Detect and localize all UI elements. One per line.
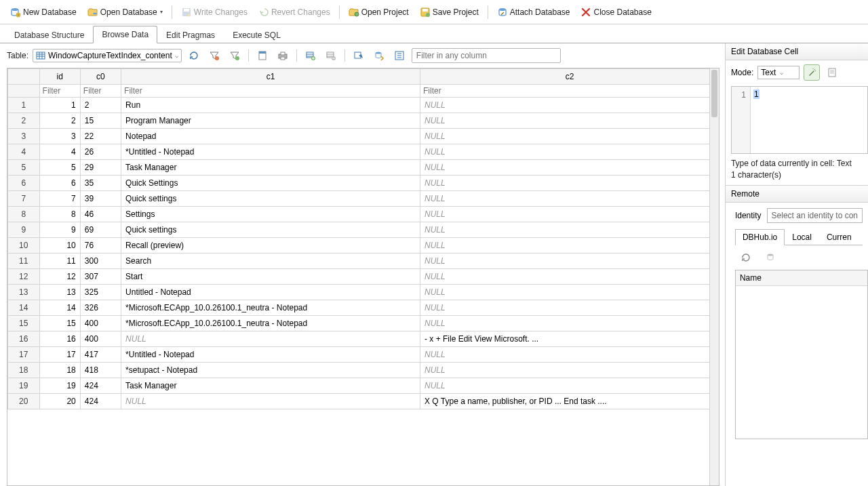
cell-c2[interactable]: NULL — [420, 378, 719, 394]
cell-c1[interactable]: Settings — [121, 207, 420, 222]
cell-id[interactable]: 3 — [39, 129, 80, 144]
cell-c1[interactable]: Run — [121, 98, 420, 113]
row-header[interactable]: 5 — [8, 160, 40, 176]
cell-c1[interactable]: Quick settings — [121, 191, 420, 207]
editor-content[interactable]: 1 — [751, 87, 867, 153]
table-row[interactable]: 1212307StartNULL — [8, 269, 719, 285]
row-header[interactable]: 20 — [8, 394, 40, 409]
view-text-button[interactable] — [824, 64, 840, 81]
cell-id[interactable]: 20 — [39, 394, 80, 409]
cell-c2[interactable]: X Q Type a name, publisher, or PID ... E… — [420, 394, 719, 409]
cell-c2[interactable]: NULL — [420, 316, 719, 331]
row-header[interactable]: 11 — [8, 254, 40, 269]
cell-c0[interactable]: 15 — [80, 113, 121, 129]
column-header-c2[interactable]: c2 — [420, 69, 719, 85]
tab-browse-data[interactable]: Browse Data — [93, 26, 157, 43]
cell-c0[interactable]: 418 — [80, 363, 121, 378]
row-header[interactable]: 19 — [8, 378, 40, 394]
cell-id[interactable]: 19 — [39, 378, 80, 394]
open-database-button[interactable]: Open Database ▾ — [83, 4, 167, 20]
revert-changes-button[interactable]: Revert Changes — [254, 4, 335, 20]
cell-c0[interactable]: 69 — [80, 222, 121, 238]
table-row[interactable]: 1414326*Microsoft.ECApp_10.0.26100.1_neu… — [8, 300, 719, 316]
print-preview-button[interactable] — [254, 47, 271, 64]
table-row[interactable]: 1818418*setupact - NotepadNULL — [8, 363, 719, 378]
cell-id[interactable]: 13 — [39, 285, 80, 300]
table-row[interactable]: 9969Quick settingsNULL — [8, 222, 719, 238]
cell-id[interactable]: 18 — [39, 363, 80, 378]
table-row[interactable]: 7739Quick settingsNULL — [8, 191, 719, 207]
table-select[interactable]: WindowCaptureTextIndex_content ⌵ — [33, 49, 182, 62]
cell-c0[interactable]: 300 — [80, 254, 121, 269]
remote-download-button[interactable] — [762, 249, 778, 266]
cell-c0[interactable]: 2 — [80, 98, 121, 113]
cell-c1[interactable]: *Microsoft.ECApp_10.0.26100.1_neutra - N… — [121, 300, 420, 316]
cell-c2[interactable]: NULL — [420, 285, 719, 300]
table-row[interactable]: 4426*Untitled - NotepadNULL — [8, 144, 719, 160]
cell-editor[interactable]: 1 1 — [731, 86, 868, 154]
cell-c2[interactable]: NULL — [420, 222, 719, 238]
mode-select[interactable]: Text ⌵ — [757, 66, 800, 79]
column-header-c1[interactable]: c1 — [121, 69, 420, 85]
cell-c1[interactable]: Task Manager — [121, 378, 420, 394]
table-row[interactable]: 1919424Task ManagerNULL — [8, 378, 719, 394]
column-header-c0[interactable]: c0 — [80, 69, 121, 85]
cell-c0[interactable]: 326 — [80, 300, 121, 316]
row-header[interactable]: 14 — [8, 300, 40, 316]
cell-c2[interactable]: - x + File Edit View Microsoft. ... — [420, 331, 719, 347]
row-header[interactable]: 2 — [8, 113, 40, 129]
filter-any-input[interactable] — [412, 48, 561, 63]
cell-c1[interactable]: NULL — [121, 394, 420, 409]
row-header[interactable]: 15 — [8, 316, 40, 331]
insert-record-button[interactable] — [302, 47, 319, 64]
cell-c0[interactable]: 46 — [80, 207, 121, 222]
cell-id[interactable]: 9 — [39, 222, 80, 238]
table-row[interactable]: 2020424NULLX Q Type a name, publisher, o… — [8, 394, 719, 409]
table-row[interactable]: 6635Quick SettingsNULL — [8, 176, 719, 191]
cell-id[interactable]: 1 — [39, 98, 80, 113]
cell-c1[interactable]: Search — [121, 254, 420, 269]
save-project-button[interactable]: Save Project — [415, 4, 484, 20]
cell-id[interactable]: 4 — [39, 144, 80, 160]
cell-id[interactable]: 6 — [39, 176, 80, 191]
grid-scrollbar[interactable] — [709, 68, 719, 485]
cell-c2[interactable]: NULL — [420, 363, 719, 378]
conditional-format-button[interactable] — [391, 47, 408, 64]
cell-c1[interactable]: Program Manager — [121, 113, 420, 129]
cell-c2[interactable]: NULL — [420, 129, 719, 144]
cell-c0[interactable]: 35 — [80, 176, 121, 191]
table-row[interactable]: 1111300SearchNULL — [8, 254, 719, 269]
cell-c0[interactable]: 22 — [80, 129, 121, 144]
cell-c1[interactable]: Recall (preview) — [121, 238, 420, 254]
cell-c0[interactable]: 29 — [80, 160, 121, 176]
refresh-button[interactable] — [186, 47, 202, 64]
row-header[interactable]: 13 — [8, 285, 40, 300]
table-row[interactable]: 101076Recall (preview)NULL — [8, 238, 719, 254]
attach-database-button[interactable]: Attach Database — [492, 4, 575, 20]
cell-id[interactable]: 14 — [39, 300, 80, 316]
row-header[interactable]: 7 — [8, 191, 40, 207]
cell-c0[interactable]: 424 — [80, 394, 121, 409]
cell-id[interactable]: 12 — [39, 269, 80, 285]
cell-c1[interactable]: *Microsoft.ECApp_10.0.26100.1_neutra - N… — [121, 316, 420, 331]
write-changes-button[interactable]: Write Changes — [176, 4, 252, 20]
cell-c1[interactable]: NULL — [121, 331, 420, 347]
remote-tab-current[interactable]: Curren — [819, 229, 859, 245]
cell-c0[interactable]: 400 — [80, 316, 121, 331]
cell-id[interactable]: 7 — [39, 191, 80, 207]
cell-c0[interactable]: 39 — [80, 191, 121, 207]
row-header[interactable]: 10 — [8, 238, 40, 254]
cell-c1[interactable]: *Untitled - Notepad — [121, 144, 420, 160]
remote-refresh-button[interactable] — [738, 249, 754, 266]
table-row[interactable]: 1616400NULL- x + File Edit View Microsof… — [8, 331, 719, 347]
cell-c2[interactable]: NULL — [420, 238, 719, 254]
table-row[interactable]: 2215Program ManagerNULL — [8, 113, 719, 129]
cell-c2[interactable]: NULL — [420, 254, 719, 269]
cell-c2[interactable]: NULL — [420, 113, 719, 129]
cell-c2[interactable]: NULL — [420, 98, 719, 113]
table-row[interactable]: 1717417*Untitled - NotepadNULL — [8, 347, 719, 363]
row-header[interactable]: 6 — [8, 176, 40, 191]
cell-c2[interactable]: NULL — [420, 160, 719, 176]
cell-c0[interactable]: 424 — [80, 378, 121, 394]
save-filter-button[interactable] — [226, 47, 243, 64]
